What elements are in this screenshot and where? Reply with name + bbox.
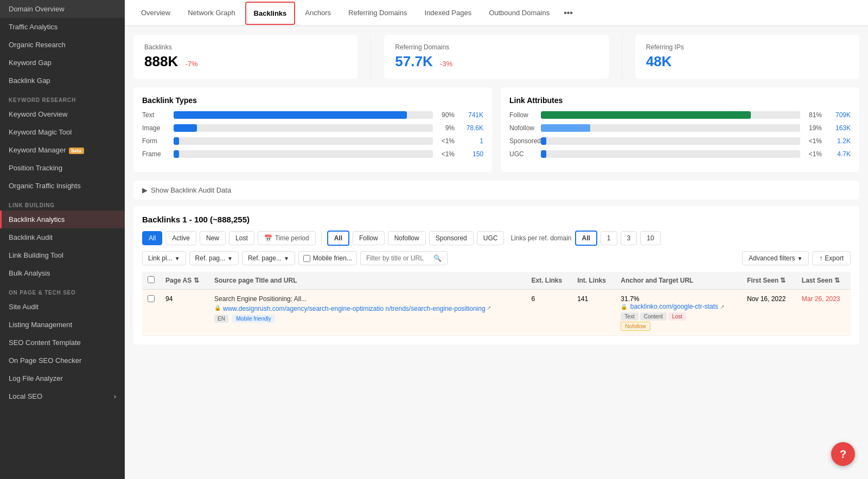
sidebar-item-seo-content-template[interactable]: SEO Content Template: [0, 334, 125, 352]
sidebar-item-backlink-analytics[interactable]: Backlink Analytics: [0, 210, 125, 228]
col-first-seen: First Seen ⇅: [742, 272, 796, 290]
link-attributes-title: Link Attributes: [509, 96, 851, 105]
backlink-types-title: Backlink Types: [142, 96, 483, 105]
sidebar-item-position-tracking[interactable]: Position Tracking: [0, 159, 125, 177]
table-header-row: Page AS ⇅ Source page Title and URL Ext.…: [142, 272, 851, 290]
backlinks-value: 888K -7%: [144, 53, 347, 70]
sidebar-item-keyword-manager[interactable]: Keyword Managerbeta: [0, 141, 125, 159]
filter-all-btn[interactable]: All: [142, 231, 162, 245]
tab-network-graph[interactable]: Network Graph: [180, 2, 242, 23]
tab-anchors[interactable]: Anchors: [297, 2, 339, 23]
advanced-filters-btn[interactable]: Advanced filters ▼: [742, 251, 809, 265]
bar-row-follow: Follow 81% 709K: [509, 111, 851, 119]
sidebar-item-keyword-gap[interactable]: Keyword Gap: [0, 54, 125, 72]
sidebar-item-listing-management[interactable]: Listing Management: [0, 316, 125, 334]
filter-new-btn[interactable]: New: [200, 231, 226, 245]
referring-ips-label: Referring IPs: [646, 43, 848, 51]
search-input[interactable]: [366, 254, 431, 262]
referring-ips-value: 48K: [646, 53, 848, 70]
row-checkbox[interactable]: [148, 295, 155, 302]
sidebar-item-backlink-audit[interactable]: Backlink Audit: [0, 228, 125, 246]
sidebar: Domain OverviewTraffic AnalyticsOrganic …: [0, 0, 125, 479]
referring-domains-stat-card: Referring Domains 57.7K -3%: [384, 35, 608, 79]
stats-row: Backlinks 888K -7% Referring Domains 57.…: [133, 35, 859, 79]
ref-page-traffic-dropdown[interactable]: Ref. page... ▼: [242, 251, 295, 265]
bar-row-sponsored: Sponsored <1% 1.2K: [509, 137, 851, 145]
referring-ips-stat-card: Referring IPs 48K: [635, 35, 859, 79]
links-per-domain-label: Links per ref. domain: [510, 234, 571, 242]
sidebar-item-link-building-tool[interactable]: Link Building Tool: [0, 246, 125, 264]
bar-row-nofollow: Nofollow 19% 163K: [509, 124, 851, 132]
sidebar-item-organic-traffic-insights[interactable]: Organic Traffic Insights: [0, 177, 125, 195]
col-int-links: Int. Links: [572, 272, 615, 290]
cell-page-as: 94: [160, 290, 209, 336]
bar-row-image: Image 9% 78.6K: [142, 124, 483, 132]
links-per-1-btn[interactable]: 1: [601, 231, 617, 245]
filter-ugc-btn[interactable]: UGC: [477, 231, 505, 245]
col-last-seen: Last Seen ⇅: [796, 272, 851, 290]
cell-source: Search Engine Positioning: All... 🔒 www.…: [209, 290, 526, 336]
title-url-search[interactable]: 🔍: [360, 251, 448, 265]
filter-sponsored-btn[interactable]: Sponsored: [429, 231, 474, 245]
filter-active-btn[interactable]: Active: [165, 231, 196, 245]
sidebar-item-keyword-magic-tool[interactable]: Keyword Magic Tool: [0, 123, 125, 141]
tab-indexed-pages[interactable]: Indexed Pages: [417, 2, 479, 23]
tab-backlinks[interactable]: Backlinks: [245, 2, 296, 25]
anchor-url-link[interactable]: backlinko.com/google-ctr-stats: [630, 303, 718, 310]
bar-row-frame: Frame <1% 150: [142, 150, 483, 158]
sidebar-item-log-file-analyzer[interactable]: Log File Analyzer: [0, 369, 125, 387]
sidebar-item-local-seo[interactable]: Local SEO›: [0, 387, 125, 405]
ref-page-ascore-dropdown[interactable]: Ref. pag... ▼: [189, 251, 239, 265]
time-period-filter[interactable]: 📅 Time period: [258, 231, 316, 245]
tab-more-btn[interactable]: •••: [559, 2, 577, 24]
source-url-link[interactable]: www.designrush.com/agency/search-engine-…: [223, 305, 486, 312]
select-all-checkbox[interactable]: [148, 276, 155, 283]
tab-referring-domains[interactable]: Referring Domains: [341, 2, 414, 23]
charts-row: Backlink Types Text 90% 741K Image 9% 78…: [133, 87, 859, 172]
bar-row-ugc: UGC <1% 4.7K: [509, 150, 851, 158]
filter-nofollow-btn[interactable]: Nofollow: [388, 231, 426, 245]
sidebar-section-on-page-header: ON PAGE & TECH SEO: [0, 282, 125, 298]
filter-bar-2: Link pl... ▼ Ref. pag... ▼ Ref. page... …: [142, 251, 851, 265]
sidebar-section-link-building-header: LINK BUILDING: [0, 195, 125, 210]
cell-int-links: 141: [572, 290, 615, 336]
backlink-types-card: Backlink Types Text 90% 741K Image 9% 78…: [133, 87, 492, 172]
cell-ext-links: 6: [526, 290, 572, 336]
filter-linktype-all-btn[interactable]: All: [327, 231, 349, 246]
cell-anchor: 31.7% 🔒 backlinko.com/google-ctr-stats ↗…: [615, 290, 742, 336]
links-per-10-btn[interactable]: 10: [640, 231, 660, 245]
export-button[interactable]: ↑ Export: [812, 251, 851, 265]
sidebar-section-keyword-research-header: KEYWORD RESEARCH: [0, 90, 125, 105]
sidebar-item-site-audit[interactable]: Site Audit: [0, 298, 125, 316]
tab-outbound-domains[interactable]: Outbound Domains: [481, 2, 557, 23]
filter-bar-1: All Active New Lost 📅 Time period All Fo…: [142, 231, 851, 246]
backlinks-label: Backlinks: [144, 43, 347, 51]
sidebar-item-bulk-analysis[interactable]: Bulk Analysis: [0, 264, 125, 282]
sidebar-item-domain-overview[interactable]: Domain Overview: [0, 0, 125, 18]
cell-last-seen: Mar 26, 2023: [796, 290, 851, 336]
col-anchor: Anchor and Target URL: [615, 272, 742, 290]
table-row: 94 Search Engine Positioning: All... 🔒 w…: [142, 290, 851, 336]
sidebar-item-traffic-analytics[interactable]: Traffic Analytics: [0, 18, 125, 36]
mobile-friendly-checkbox[interactable]: Mobile frien...: [298, 251, 357, 265]
help-button[interactable]: ?: [831, 442, 855, 466]
filter-lost-btn[interactable]: Lost: [229, 231, 254, 245]
filter-follow-btn[interactable]: Follow: [353, 231, 385, 245]
sidebar-item-on-page-seo-checker[interactable]: On Page SEO Checker: [0, 352, 125, 369]
backlinks-table-title: Backlinks 1 - 100 (~888,255): [142, 215, 851, 224]
col-ext-links: Ext. Links: [526, 272, 572, 290]
links-per-3-btn[interactable]: 3: [621, 231, 637, 245]
link-placement-dropdown[interactable]: Link pl... ▼: [142, 251, 186, 265]
link-attributes-card: Link Attributes Follow 81% 709K Nofollow…: [501, 87, 859, 172]
referring-domains-value: 57.7K -3%: [395, 53, 597, 70]
sidebar-item-backlink-gap[interactable]: Backlink Gap: [0, 72, 125, 90]
content-area: Backlinks 888K -7% Referring Domains 57.…: [125, 26, 868, 479]
sidebar-item-keyword-overview[interactable]: Keyword Overview: [0, 105, 125, 123]
main-content: OverviewNetwork GraphBacklinksAnchorsRef…: [125, 0, 868, 479]
links-per-all-btn[interactable]: All: [575, 231, 597, 246]
backlinks-stat-card: Backlinks 888K -7%: [133, 35, 358, 79]
show-audit-button[interactable]: ▶ Show Backlink Audit Data: [133, 181, 859, 200]
sidebar-item-organic-research[interactable]: Organic Research: [0, 36, 125, 54]
col-page-as: Page AS ⇅: [160, 272, 209, 290]
tab-overview[interactable]: Overview: [133, 2, 178, 23]
